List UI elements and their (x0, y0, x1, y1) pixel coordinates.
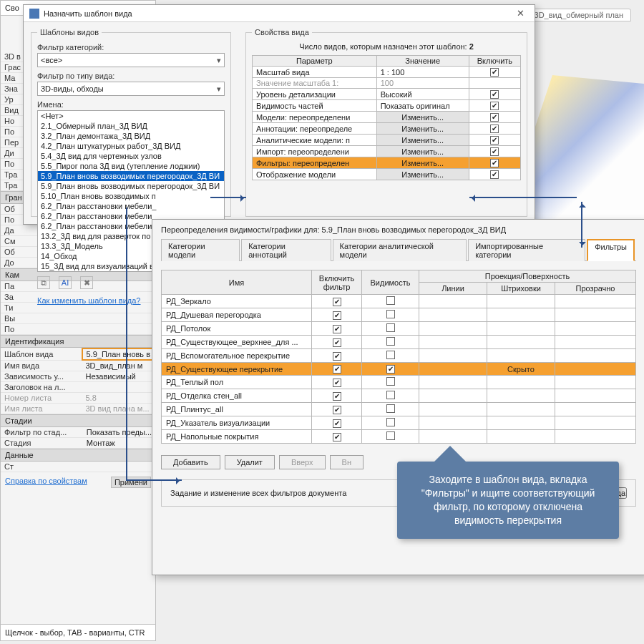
category-filter-label: Фильтр категорий: (37, 43, 225, 52)
filters-table[interactable]: ИмяВключить фильтрВидимостьПроекция/Пове… (161, 270, 636, 444)
close-icon[interactable]: ✕ (512, 8, 529, 19)
assigned-count: Число видов, которым назначен этот шабло… (252, 42, 521, 51)
list-item[interactable]: 5.10_План вновь возводимых п (38, 191, 224, 201)
tab[interactable]: Категории аналитической модели (333, 239, 467, 261)
app-icon (29, 9, 39, 19)
tab[interactable]: Категории модели (161, 239, 240, 261)
list-item[interactable]: 5.5_Пирог пола 3Д вид (утепление лоджии) (38, 161, 224, 171)
tab[interactable]: Импортированные категории (468, 239, 585, 261)
section-ident: Идентификация (1, 335, 155, 348)
names-label: Имена: (37, 100, 225, 109)
list-item[interactable]: 4.2_План штукатурных работ_3Д ВИД (38, 141, 224, 151)
properties-help-link[interactable]: Справка по свойствам (5, 477, 87, 488)
section-stage: Стадии (1, 414, 155, 427)
group-properties: Свойства вида (252, 28, 312, 36)
down-button: Вн (330, 455, 364, 469)
help-link[interactable]: Как изменить шаблон вида? (37, 296, 141, 305)
delete-button[interactable]: Удалит (225, 455, 275, 469)
dialog-title: Назначить шаблон вида (44, 9, 132, 18)
annotation-arrow (469, 197, 577, 198)
list-item[interactable]: 5.4_3Д вид для чертежных узлов (38, 151, 224, 161)
annotation-arrow (126, 208, 127, 479)
list-item[interactable]: 5.9_План вновь возводимых перегородок_3Д… (38, 181, 224, 191)
rename-icon[interactable]: AI (59, 276, 72, 289)
list-item[interactable]: 2.1_Обмерный план_3Д ВИД (38, 121, 224, 131)
apply-button[interactable]: Примени (111, 477, 151, 488)
annotation-arrow (126, 479, 182, 481)
list-item[interactable]: <Нет> (38, 111, 224, 121)
delete-icon[interactable]: ✖ (80, 276, 93, 289)
group-templates: Шаблоны видов (37, 28, 102, 36)
duplicate-icon[interactable]: ⧉ (37, 276, 50, 289)
add-button[interactable]: Добавить (161, 455, 220, 469)
type-filter-select[interactable]: 3D-виды, обходы (37, 82, 225, 96)
tab-bar: Категории моделиКатегории аннотацийКатег… (161, 238, 636, 261)
up-button: Вверх (279, 455, 326, 469)
assign-view-template-dialog: Назначить шаблон вида ✕ Шаблоны видов Фи… (23, 4, 535, 225)
type-filter-label: Фильтр по типу вида: (37, 72, 225, 80)
tab[interactable]: Категории аннотаций (241, 239, 331, 261)
instruction-callout: Заходите в шаблон вида, вкладка "Фильтры… (397, 462, 619, 539)
list-item[interactable]: 5.9_План вновь возводимых перегородок_3Д… (38, 171, 224, 181)
list-item[interactable]: 6.2_План расстановки мебели_ (38, 201, 224, 211)
doc-filters-label: Задание и изменение всех фильтров докуме… (170, 489, 346, 497)
view-tab[interactable]: 3D_вид_обмерный план (519, 9, 631, 21)
category-filter-select[interactable]: <все> (37, 53, 225, 67)
annotation-arrow (581, 202, 582, 248)
annotation-arrow (210, 197, 246, 198)
list-item[interactable]: 3.2_План демонтажа_3Д ВИД (38, 131, 224, 141)
view-properties-table[interactable]: ПараметрЗначениеВключитьМасштаб вида1 : … (252, 55, 521, 180)
dialog2-title: Переопределения видимости/графики для: 5… (161, 225, 636, 234)
tab[interactable]: Фильтры (587, 239, 635, 261)
section-data: Данные (1, 449, 155, 462)
status-bar: Щелчок - выбор, TAB - варианты, CTR (1, 624, 155, 640)
